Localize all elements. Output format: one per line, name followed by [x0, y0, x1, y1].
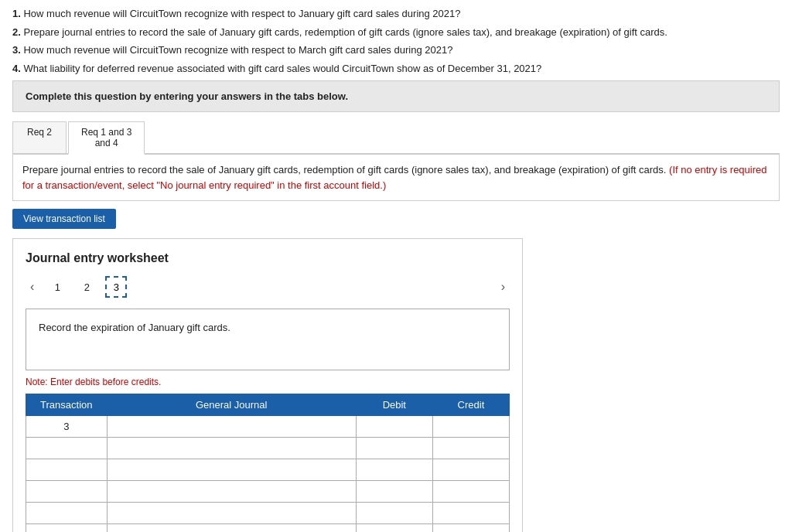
instructions-box: Prepare journal entries to record the sa…	[12, 155, 780, 201]
question-list: 1. How much revenue will CircuitTown rec…	[12, 6, 780, 76]
record-box: Record the expiration of January gift ca…	[26, 309, 510, 370]
complete-box: Complete this question by entering your …	[12, 80, 780, 112]
debit-input-1[interactable]	[361, 421, 428, 432]
question-4: 4. What liability for deferred revenue a…	[12, 61, 780, 77]
table-row	[26, 524, 510, 533]
note-text: Note: Enter debits before credits.	[26, 377, 510, 387]
debit-cell[interactable]	[356, 503, 432, 524]
general-journal-input-4[interactable]	[112, 486, 351, 497]
credit-input-4[interactable]	[438, 486, 504, 497]
tab-req1-3-4-label: Req 1 and 3and 4	[81, 127, 131, 148]
tabs-row: Req 2 Req 1 and 3and 4	[12, 121, 780, 155]
debit-cell[interactable]	[356, 416, 432, 438]
instructions-main: Prepare journal entries to record the sa…	[22, 164, 669, 176]
page-3-button[interactable]: 3	[105, 276, 127, 298]
general-journal-input-3[interactable]	[112, 464, 351, 476]
worksheet-container: Journal entry worksheet ‹ 1 2 3 › Record…	[12, 238, 523, 532]
credit-input-6[interactable]	[438, 529, 504, 532]
debit-input-2[interactable]	[361, 442, 428, 454]
view-transaction-list-label: View transaction list	[23, 213, 105, 224]
table-row: 3	[26, 416, 510, 438]
transaction-cell	[26, 438, 108, 459]
page-1-button[interactable]: 1	[46, 276, 68, 298]
tab-req2-label: Req 2	[27, 127, 52, 138]
debit-cell[interactable]	[356, 524, 432, 533]
prev-page-button[interactable]: ‹	[26, 278, 39, 295]
debit-cell[interactable]	[356, 438, 432, 459]
general-journal-cell[interactable]	[107, 459, 356, 481]
view-transaction-list-button[interactable]: View transaction list	[12, 209, 116, 229]
general-journal-cell[interactable]	[107, 416, 356, 438]
transaction-cell	[26, 503, 108, 524]
credit-cell[interactable]	[432, 438, 509, 459]
tab-req2[interactable]: Req 2	[12, 121, 67, 153]
transaction-cell	[26, 524, 108, 533]
worksheet-title: Journal entry worksheet	[26, 251, 510, 265]
col-header-credit: Credit	[432, 394, 509, 416]
credit-cell[interactable]	[432, 524, 509, 533]
debit-input-3[interactable]	[361, 464, 428, 476]
general-journal-input-6[interactable]	[112, 529, 351, 532]
col-header-general-journal: General Journal	[107, 394, 356, 416]
general-journal-cell[interactable]	[107, 481, 356, 503]
credit-cell[interactable]	[432, 481, 509, 503]
complete-box-text: Complete this question by entering your …	[26, 90, 348, 102]
general-journal-cell[interactable]	[107, 438, 356, 459]
page-2-button[interactable]: 2	[76, 276, 97, 298]
debit-input-5[interactable]	[361, 507, 428, 519]
credit-cell[interactable]	[432, 459, 509, 481]
debit-cell[interactable]	[356, 481, 432, 503]
transaction-cell	[26, 481, 108, 503]
question-1: 1. How much revenue will CircuitTown rec…	[12, 6, 780, 22]
debit-cell[interactable]	[356, 459, 432, 481]
table-row	[26, 438, 510, 459]
next-page-button[interactable]: ›	[497, 278, 510, 295]
credit-input-2[interactable]	[438, 442, 504, 454]
general-journal-input-1[interactable]	[112, 421, 351, 432]
table-row	[26, 503, 510, 524]
transaction-cell: 3	[26, 416, 108, 438]
credit-cell[interactable]	[432, 503, 509, 524]
transaction-cell	[26, 459, 108, 481]
journal-table: Transaction General Journal Debit Credit…	[26, 394, 510, 532]
debit-input-6[interactable]	[361, 529, 428, 532]
question-2: 2. Prepare journal entries to record the…	[12, 25, 780, 40]
credit-input-1[interactable]	[438, 421, 504, 432]
record-text: Record the expiration of January gift ca…	[39, 322, 230, 333]
general-journal-input-2[interactable]	[112, 442, 351, 454]
general-journal-cell[interactable]	[107, 524, 356, 533]
col-header-debit: Debit	[356, 394, 432, 416]
credit-cell[interactable]	[432, 416, 509, 438]
debit-input-4[interactable]	[361, 486, 428, 497]
table-row	[26, 459, 510, 481]
general-journal-input-5[interactable]	[112, 507, 351, 519]
col-header-transaction: Transaction	[26, 394, 108, 416]
general-journal-cell[interactable]	[107, 503, 356, 524]
credit-input-3[interactable]	[438, 464, 504, 476]
table-row	[26, 481, 510, 503]
question-3: 3. How much revenue will CircuitTown rec…	[12, 43, 780, 58]
tab-req1-3-4[interactable]: Req 1 and 3and 4	[68, 121, 145, 155]
credit-input-5[interactable]	[438, 507, 504, 519]
nav-row: ‹ 1 2 3 ›	[26, 276, 510, 298]
